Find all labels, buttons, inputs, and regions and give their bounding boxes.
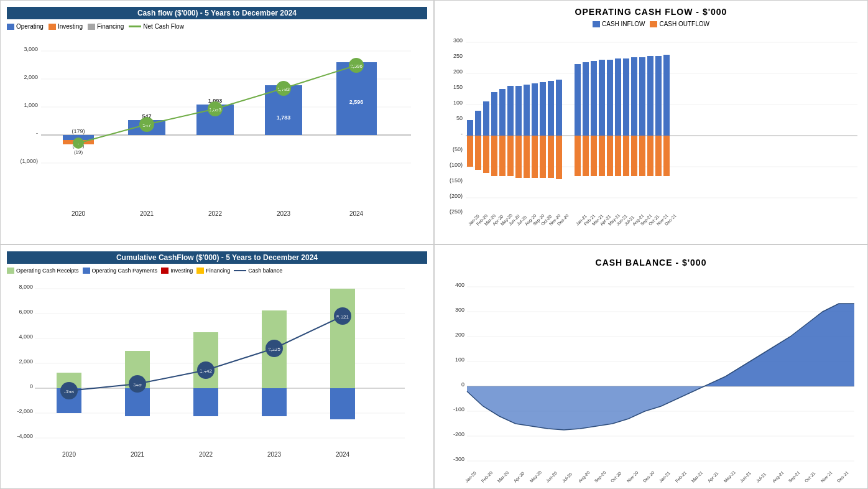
svg-rect-66 <box>499 136 506 176</box>
svg-text:Nov-20: Nov-20 <box>626 470 639 483</box>
svg-text:2,000: 2,000 <box>24 74 38 80</box>
svg-rect-75 <box>540 82 546 136</box>
svg-rect-159 <box>262 388 287 416</box>
legend-inflow-icon <box>593 21 600 27</box>
legend-financing-icon <box>88 24 95 30</box>
svg-text:Oct-20: Oct-20 <box>610 471 622 483</box>
svg-text:1,783: 1,783 <box>277 114 291 121</box>
legend-cash-outflow: CASH OUTFLOW <box>650 21 709 27</box>
svg-text:(200): (200) <box>450 193 463 199</box>
legend-investing: Investing <box>48 23 83 30</box>
svg-text:(19): (19) <box>74 149 83 155</box>
legend-investing-cum-label: Investing <box>170 268 193 274</box>
svg-rect-65 <box>499 89 506 136</box>
legend-op-receipts-icon <box>7 268 14 274</box>
svg-rect-80 <box>556 136 562 179</box>
svg-rect-81 <box>575 64 581 136</box>
svg-rect-64 <box>491 136 497 176</box>
svg-text:250: 250 <box>453 53 463 59</box>
svg-rect-89 <box>607 60 613 136</box>
legend-cash-balance-icon <box>234 270 246 271</box>
svg-rect-71 <box>524 85 530 136</box>
svg-text:2023: 2023 <box>277 210 291 217</box>
svg-rect-154 <box>193 388 218 416</box>
svg-rect-83 <box>583 62 589 136</box>
svg-text:300: 300 <box>453 37 463 44</box>
legend-op-payments-label: Operating Cash Payments <box>92 268 158 274</box>
svg-rect-164 <box>330 388 355 419</box>
svg-text:300: 300 <box>455 307 464 313</box>
cashflow-panel: Cash flow ($'000) - 5 Years to December … <box>0 0 434 244</box>
svg-text:Jul-20: Jul-20 <box>561 472 573 483</box>
operating-cashflow-title: OPERATING CASH FLOW - $'000 <box>441 7 861 17</box>
svg-rect-79 <box>556 80 562 136</box>
svg-rect-68 <box>507 136 514 176</box>
svg-text:-100: -100 <box>453 406 464 412</box>
svg-rect-103 <box>663 55 670 136</box>
svg-text:2021: 2021 <box>131 451 145 458</box>
svg-rect-97 <box>639 57 645 136</box>
svg-text:2021: 2021 <box>140 210 154 217</box>
cumulative-cashflow-panel: Cumulative CashFlow ($'000) - 5 Years to… <box>0 244 434 489</box>
legend-op-receipts-label: Operating Cash Receipts <box>16 268 79 274</box>
svg-rect-86 <box>591 136 597 176</box>
svg-text:0: 0 <box>461 381 464 388</box>
svg-text:150: 150 <box>453 84 463 90</box>
svg-rect-62 <box>483 136 489 173</box>
svg-text:100: 100 <box>455 356 464 363</box>
svg-rect-73 <box>532 83 538 136</box>
legend-netcashflow: Net Cash Flow <box>129 23 184 30</box>
cash-balance-panel: CASH BALANCE - $'000 400 300 200 100 0 -… <box>434 244 868 489</box>
svg-text:2,596: 2,596 <box>349 99 364 105</box>
svg-rect-99 <box>647 56 653 136</box>
svg-text:(250): (250) <box>450 208 463 215</box>
svg-text:-: - <box>36 130 38 136</box>
operating-legend: CASH INFLOW CASH OUTFLOW <box>441 21 861 27</box>
svg-text:Sep-21: Sep-21 <box>788 470 801 484</box>
svg-text:2,000: 2,000 <box>19 358 33 365</box>
svg-text:6,000: 6,000 <box>19 309 33 315</box>
svg-text:Nov-21: Nov-21 <box>820 470 833 483</box>
svg-text:(150): (150) <box>450 177 463 184</box>
svg-rect-88 <box>599 136 605 176</box>
legend-cash-balance-label: Cash balance <box>248 268 282 274</box>
svg-rect-102 <box>655 136 662 176</box>
svg-rect-92 <box>615 136 621 176</box>
svg-rect-60 <box>475 136 481 170</box>
svg-text:50: 50 <box>456 115 463 121</box>
svg-text:1,000: 1,000 <box>24 102 38 108</box>
svg-text:-4,000: -4,000 <box>17 433 33 439</box>
legend-operating-icon <box>7 24 14 30</box>
svg-rect-61 <box>483 101 489 136</box>
legend-cash-inflow: CASH INFLOW <box>593 21 645 27</box>
svg-text:Dec-20: Dec-20 <box>642 470 655 483</box>
svg-rect-70 <box>515 136 522 178</box>
svg-rect-91 <box>615 58 621 136</box>
svg-text:2024: 2024 <box>336 451 350 458</box>
legend-financing-cum-label: Financing <box>206 268 230 274</box>
svg-text:2024: 2024 <box>349 210 364 217</box>
legend-op-receipts: Operating Cash Receipts <box>7 268 79 274</box>
svg-rect-82 <box>575 136 581 176</box>
legend-investing-cum-icon <box>161 268 169 274</box>
svg-rect-58 <box>467 136 473 167</box>
svg-text:8,000: 8,000 <box>19 284 33 290</box>
svg-text:Aug-21: Aug-21 <box>772 470 785 484</box>
svg-rect-67 <box>507 86 514 136</box>
svg-rect-59 <box>475 111 481 136</box>
svg-text:Jun-20: Jun-20 <box>545 471 558 483</box>
svg-text:May-20: May-20 <box>529 470 543 483</box>
svg-text:2023: 2023 <box>267 451 282 458</box>
operating-cashflow-chart: 300 250 200 150 100 50 - (50) (100) (150… <box>441 30 864 235</box>
legend-operating: Operating <box>7 23 44 30</box>
svg-text:Aug-20: Aug-20 <box>578 470 591 484</box>
svg-text:(100): (100) <box>450 162 463 168</box>
cumulative-chart: 8,000 6,000 4,000 2,000 0 -2,000 -4,000 <box>7 276 430 475</box>
svg-text:Apr-21: Apr-21 <box>707 471 720 484</box>
svg-text:-: - <box>461 131 463 137</box>
svg-text:(179): (179) <box>72 128 85 134</box>
svg-rect-95 <box>631 57 637 136</box>
svg-text:Mar-20: Mar-20 <box>497 470 510 483</box>
dashboard-grid: Cash flow ($'000) - 5 Years to December … <box>0 0 868 489</box>
svg-rect-94 <box>623 136 629 176</box>
